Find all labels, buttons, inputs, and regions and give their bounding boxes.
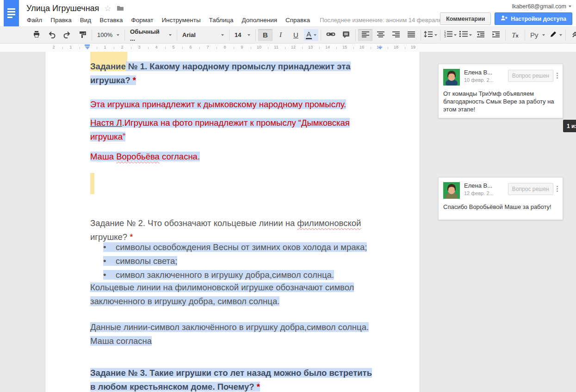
print-icon (32, 30, 41, 40)
text-run: Кольцевые линии на филимоновской игрушке… (90, 282, 354, 292)
text-line: Настя Л.Игрушка на фото принадлежит к пр… (90, 116, 420, 130)
clear-formatting-button[interactable]: Tx (508, 29, 522, 41)
text-run: в любом крестьянском доме. Почему? (90, 382, 257, 392)
resolve-button[interactable]: Вопрос решен (508, 183, 553, 195)
align-right-button[interactable] (389, 29, 403, 41)
paragraph-style-select[interactable]: Обычный ... (127, 29, 175, 41)
insert-comment-button[interactable] (339, 29, 353, 41)
collapse-toolbar-button[interactable] (568, 29, 576, 41)
ruler-tick (165, 47, 166, 49)
double-chevron-up-icon (572, 31, 576, 39)
text-run: * (133, 75, 136, 85)
text-run: игрушка” (90, 132, 125, 141)
ruler-tick (114, 47, 114, 49)
text-line: игрушка? * (90, 74, 420, 87)
ruler-tick (80, 47, 80, 49)
ruler-number: 4 (153, 45, 160, 49)
menu-tools[interactable]: Инструменты (157, 15, 204, 25)
menu-file[interactable]: Файл (23, 15, 46, 25)
numbered-list-button[interactable]: 123 (443, 29, 457, 41)
line-spacing-icon (424, 31, 433, 39)
task1-answer: Эта игрушка принадлежит к дымковскому на… (90, 98, 420, 111)
ruler-number: 10 (255, 45, 263, 49)
right-indent-marker[interactable] (378, 47, 383, 49)
document-title[interactable]: Улица Игрушечная (26, 4, 99, 13)
undo-button[interactable] (44, 29, 59, 41)
line-spacing-button[interactable] (423, 29, 438, 41)
align-justify-button[interactable] (404, 29, 418, 41)
ruler-number: 16 (358, 45, 365, 49)
document-page[interactable]: Задание № 1. Какому народному промыслу п… (45, 52, 420, 392)
redo-button[interactable] (60, 29, 74, 41)
ruler-number: 1 (67, 45, 74, 49)
account-menu[interactable]: lkaber68@gmail.com (512, 3, 571, 10)
font-size-select[interactable]: 14 (231, 29, 254, 41)
align-center-button[interactable] (373, 29, 388, 41)
menu-format[interactable]: Формат (127, 15, 157, 25)
align-left-button[interactable] (358, 29, 372, 41)
font-select[interactable]: Arial (179, 29, 227, 41)
ruler-number: 14 (324, 45, 331, 49)
chevron-down-icon (434, 34, 437, 36)
insert-link-button[interactable] (323, 29, 338, 41)
ruler-tick (217, 47, 217, 49)
docs-home-icon[interactable] (4, 0, 19, 26)
ruler-tick (148, 47, 149, 49)
ruler-tick (199, 47, 200, 49)
input-tools-select[interactable]: Ру (527, 29, 548, 41)
menu-addons[interactable]: Дополнения (238, 15, 281, 25)
ruler-number: 15 (341, 45, 348, 49)
menu-table[interactable]: Таблица (205, 15, 238, 25)
ruler-tick (234, 47, 234, 49)
italic-button[interactable]: I (273, 29, 288, 41)
nastya-answer: Настя Л.Игрушка на фото принадлежит к пр… (90, 116, 420, 144)
chevron-down-icon (248, 34, 250, 36)
editing-mode-button[interactable] (549, 29, 563, 41)
resolve-button[interactable]: Вопрос решен (508, 70, 553, 82)
menu-help[interactable]: Справка (281, 15, 314, 25)
ruler-number: 3 (136, 45, 143, 49)
indent-icon (492, 31, 500, 39)
increase-indent-button[interactable] (489, 29, 503, 41)
menu-edit[interactable]: Правка (46, 15, 76, 25)
align-left-icon (362, 31, 369, 39)
ruler-number: 8 (221, 45, 229, 49)
text-run: Воробьёва (116, 152, 160, 161)
comments-button[interactable]: Комментарии (440, 12, 491, 25)
ruler-number: 9 (238, 45, 246, 49)
task2-options: • символы освобождения Весны от зимних о… (90, 240, 420, 282)
text-run: согласна. (160, 152, 200, 161)
menu-view[interactable]: Вид (76, 15, 95, 25)
task2-answer-2: Данные линии-символ заключённого в игруш… (90, 320, 420, 348)
document-canvas: Задание № 1. Какому народному промыслу п… (0, 52, 576, 392)
chevron-down-icon (542, 34, 545, 36)
ruler-tick (285, 47, 285, 49)
bold-button[interactable]: B (258, 29, 273, 41)
text-line: Маша согласна (90, 334, 420, 348)
bulleted-list-button[interactable] (458, 29, 472, 41)
ruler-tick (251, 47, 251, 49)
ruler: 2112345678910111213141516171819 (0, 44, 576, 52)
underline-button[interactable]: U (289, 29, 303, 41)
star-icon[interactable]: ☆ (104, 5, 111, 12)
kebab-menu-icon[interactable] (557, 73, 558, 79)
last-edit-status[interactable]: Последнее изменение: аноним 14 февраля (320, 17, 442, 24)
kebab-menu-icon[interactable] (557, 186, 558, 192)
task2-answer: Кольцевые линии на филимоновской игрушке… (90, 281, 420, 308)
share-button[interactable]: Настройки доступа (495, 12, 572, 25)
zoom-select[interactable]: 100% (94, 29, 123, 41)
left-indent-marker[interactable] (85, 44, 90, 49)
empty-highlighted-paragraph (90, 173, 94, 194)
paint-format-button[interactable] (75, 29, 89, 41)
text-line: игрушка” (90, 130, 420, 144)
folder-icon[interactable] (117, 5, 124, 13)
text-run: Задание (90, 61, 126, 71)
menu-insert[interactable]: Вставка (95, 15, 127, 25)
svg-text:3: 3 (444, 35, 446, 37)
bulleted-list-icon (459, 31, 468, 39)
text-line: • символы света; (90, 254, 420, 268)
print-button[interactable] (29, 29, 43, 41)
comment-card: Елена В... 10 февр. 2... Вопрос решен От… (438, 64, 563, 118)
text-color-button[interactable]: A (304, 29, 318, 41)
decrease-indent-button[interactable] (473, 29, 488, 41)
